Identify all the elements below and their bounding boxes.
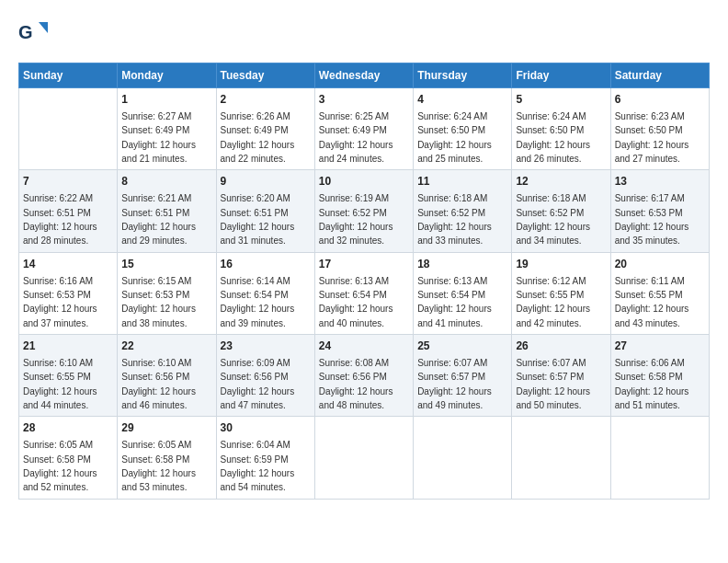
day-number: 5 [516,92,606,108]
calendar-cell: 10Sunrise: 6:19 AMSunset: 6:52 PMDayligh… [314,170,413,252]
calendar-cell: 22Sunrise: 6:10 AMSunset: 6:56 PMDayligh… [118,335,216,417]
day-number: 27 [615,339,705,354]
cell-daylight: Daylight: 12 hours and 35 minutes. [615,222,689,246]
cell-sunset: Sunset: 6:54 PM [319,290,387,300]
cell-sunset: Sunset: 6:49 PM [121,125,189,135]
cell-daylight: Daylight: 12 hours and 52 minutes. [23,468,97,492]
day-number: 19 [516,257,606,272]
calendar-cell: 11Sunrise: 6:18 AMSunset: 6:52 PMDayligh… [414,170,512,252]
cell-sunset: Sunset: 6:54 PM [417,290,485,300]
cell-daylight: Daylight: 12 hours and 47 minutes. [221,386,295,410]
calendar-week-4: 21Sunrise: 6:10 AMSunset: 6:55 PMDayligh… [19,335,710,417]
calendar-week-3: 14Sunrise: 6:16 AMSunset: 6:53 PMDayligh… [19,252,710,334]
column-header-tuesday: Tuesday [216,63,314,88]
cell-daylight: Daylight: 12 hours and 32 minutes. [319,222,393,246]
calendar-cell: 13Sunrise: 6:17 AMSunset: 6:53 PMDayligh… [610,170,709,252]
cell-sunset: Sunset: 6:54 PM [221,290,289,300]
cell-daylight: Daylight: 12 hours and 22 minutes. [221,140,295,164]
column-header-sunday: Sunday [19,63,118,88]
cell-daylight: Daylight: 12 hours and 54 minutes. [221,468,295,492]
day-number: 26 [516,339,606,354]
calendar-cell: 26Sunrise: 6:07 AMSunset: 6:57 PMDayligh… [512,335,610,417]
cell-sunrise: Sunrise: 6:25 AM [319,111,389,121]
day-number: 1 [121,92,211,108]
column-header-friday: Friday [512,63,610,88]
column-header-monday: Monday [118,63,216,88]
cell-sunset: Sunset: 6:56 PM [319,372,387,382]
cell-sunrise: Sunrise: 6:06 AM [615,358,685,368]
column-header-wednesday: Wednesday [314,63,413,88]
column-header-thursday: Thursday [414,63,512,88]
cell-daylight: Daylight: 12 hours and 43 minutes. [615,304,689,327]
calendar-cell: 15Sunrise: 6:15 AMSunset: 6:53 PMDayligh… [118,252,216,334]
calendar-week-2: 7Sunrise: 6:22 AMSunset: 6:51 PMDaylight… [19,170,710,252]
day-number: 2 [221,92,311,108]
calendar-cell: 17Sunrise: 6:13 AMSunset: 6:54 PMDayligh… [314,252,413,334]
cell-sunrise: Sunrise: 6:16 AM [23,276,93,286]
day-number: 23 [221,339,311,354]
cell-daylight: Daylight: 12 hours and 48 minutes. [319,386,393,410]
cell-sunrise: Sunrise: 6:26 AM [221,111,290,121]
calendar-cell [414,417,512,499]
day-number: 12 [516,174,606,190]
cell-sunset: Sunset: 6:55 PM [615,290,683,300]
cell-sunrise: Sunrise: 6:11 AM [615,276,685,286]
day-number: 22 [121,339,211,354]
cell-sunset: Sunset: 6:52 PM [516,208,584,218]
calendar-cell [610,417,709,499]
cell-daylight: Daylight: 12 hours and 50 minutes. [516,386,590,410]
day-number: 10 [319,174,409,190]
cell-sunset: Sunset: 6:51 PM [121,208,189,218]
day-number: 25 [417,339,507,354]
calendar-cell: 5Sunrise: 6:24 AMSunset: 6:50 PMDaylight… [512,88,610,170]
page-header: G [18,18,710,48]
day-number: 17 [319,257,409,272]
cell-sunset: Sunset: 6:55 PM [516,290,584,300]
cell-daylight: Daylight: 12 hours and 29 minutes. [121,222,196,246]
cell-sunrise: Sunrise: 6:21 AM [121,193,191,203]
day-number: 11 [417,174,507,190]
cell-sunrise: Sunrise: 6:10 AM [23,358,93,368]
cell-daylight: Daylight: 12 hours and 51 minutes. [615,386,689,410]
calendar-cell: 1Sunrise: 6:27 AMSunset: 6:49 PMDaylight… [118,88,216,170]
cell-sunrise: Sunrise: 6:09 AM [221,358,290,368]
cell-sunrise: Sunrise: 6:27 AM [121,111,191,121]
calendar-cell: 28Sunrise: 6:05 AMSunset: 6:58 PMDayligh… [19,417,118,499]
cell-sunset: Sunset: 6:50 PM [417,125,485,135]
calendar-cell [19,88,118,170]
cell-sunset: Sunset: 6:58 PM [615,372,683,382]
calendar-cell [512,417,610,499]
calendar-table: SundayMondayTuesdayWednesdayThursdayFrid… [18,63,710,500]
calendar-cell: 14Sunrise: 6:16 AMSunset: 6:53 PMDayligh… [19,252,118,334]
calendar-cell [314,417,413,499]
calendar-cell: 9Sunrise: 6:20 AMSunset: 6:51 PMDaylight… [216,170,314,252]
cell-daylight: Daylight: 12 hours and 38 minutes. [121,304,196,327]
day-number: 9 [221,174,311,190]
cell-daylight: Daylight: 12 hours and 46 minutes. [121,386,196,410]
calendar-cell: 24Sunrise: 6:08 AMSunset: 6:56 PMDayligh… [314,335,413,417]
day-number: 21 [23,339,113,354]
logo: G [18,18,51,48]
day-number: 8 [121,174,211,190]
cell-sunset: Sunset: 6:55 PM [23,372,91,382]
calendar-week-5: 28Sunrise: 6:05 AMSunset: 6:58 PMDayligh… [19,417,710,499]
cell-sunset: Sunset: 6:58 PM [23,454,91,465]
cell-sunrise: Sunrise: 6:07 AM [516,358,586,368]
calendar-cell: 4Sunrise: 6:24 AMSunset: 6:50 PMDaylight… [414,88,512,170]
calendar-cell: 6Sunrise: 6:23 AMSunset: 6:50 PMDaylight… [610,88,709,170]
calendar-cell: 20Sunrise: 6:11 AMSunset: 6:55 PMDayligh… [610,252,709,334]
cell-sunrise: Sunrise: 6:05 AM [121,440,191,450]
cell-sunrise: Sunrise: 6:22 AM [23,193,93,203]
calendar-week-1: 1Sunrise: 6:27 AMSunset: 6:49 PMDaylight… [19,88,710,170]
calendar-cell: 27Sunrise: 6:06 AMSunset: 6:58 PMDayligh… [610,335,709,417]
cell-daylight: Daylight: 12 hours and 33 minutes. [417,222,492,246]
cell-sunset: Sunset: 6:53 PM [615,208,683,218]
calendar-cell: 21Sunrise: 6:10 AMSunset: 6:55 PMDayligh… [19,335,118,417]
day-number: 3 [319,92,409,108]
cell-daylight: Daylight: 12 hours and 34 minutes. [516,222,590,246]
cell-sunset: Sunset: 6:50 PM [615,125,683,135]
cell-daylight: Daylight: 12 hours and 28 minutes. [23,222,97,246]
calendar-cell: 19Sunrise: 6:12 AMSunset: 6:55 PMDayligh… [512,252,610,334]
day-number: 6 [615,92,705,108]
calendar-body: 1Sunrise: 6:27 AMSunset: 6:49 PMDaylight… [19,88,710,500]
